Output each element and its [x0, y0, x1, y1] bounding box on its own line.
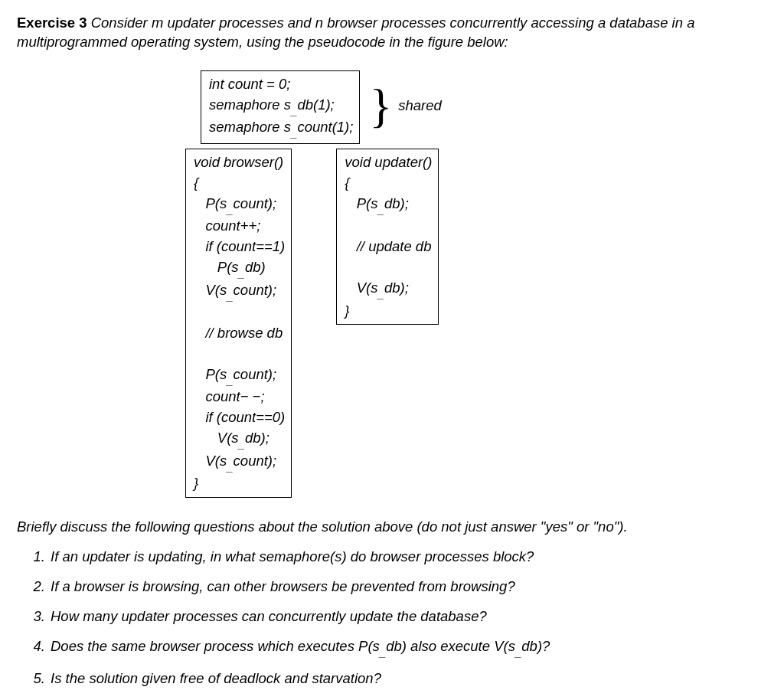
- discussion-prompt: Briefly discuss the following questions …: [17, 518, 767, 537]
- exercise-label: Exercise 3: [17, 15, 87, 31]
- shared-row: int count = 0; semaphore s_db(1); semaph…: [201, 70, 767, 144]
- questions-list: If an updater is updating, in what semap…: [32, 548, 767, 700]
- procedures-row: void browser() { P(s_count); count++; if…: [201, 149, 767, 498]
- question-item: Does the same browser process which exec…: [49, 637, 767, 659]
- exercise-intro: Consider m updater processes and n brows…: [17, 15, 694, 50]
- question-item: If a browser is browsing, can other brow…: [49, 577, 767, 597]
- figure-area: int count = 0; semaphore s_db(1); semaph…: [201, 70, 767, 498]
- question-item: How many updater processes can concurren…: [49, 607, 767, 626]
- updater-code-box: void updater() { P(s_db); // update db V…: [336, 149, 439, 325]
- brace-icon: }: [369, 82, 392, 129]
- question-item: Is the solution given free of deadlock a…: [49, 669, 767, 689]
- shared-label: shared: [398, 96, 442, 116]
- shared-declarations-box: int count = 0; semaphore s_db(1); semaph…: [201, 70, 360, 144]
- question-item: If an updater is updating, in what semap…: [49, 548, 767, 567]
- exercise-heading: Exercise 3 Consider m updater processes …: [17, 14, 767, 52]
- browser-code-box: void browser() { P(s_count); count++; if…: [185, 149, 292, 498]
